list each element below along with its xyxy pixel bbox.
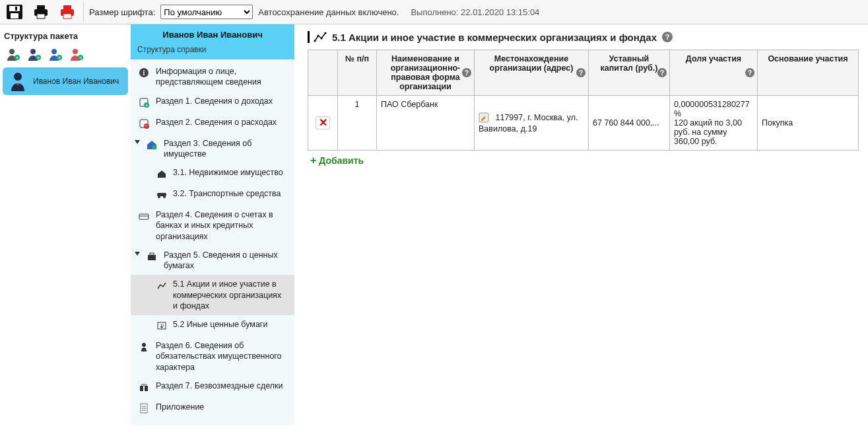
svg-text:+: + (79, 55, 83, 61)
toolbar-separator (83, 3, 84, 21)
property-icon (145, 138, 158, 151)
svg-point-10 (9, 49, 15, 54)
svg-point-31 (152, 145, 157, 149)
person-name: Иванов Иван Иванович (33, 77, 119, 86)
gift-icon (137, 381, 150, 394)
bank-icon (137, 209, 150, 223)
add-person-other-icon[interactable]: + (67, 46, 86, 62)
help-icon[interactable]: ? (662, 32, 673, 42)
obligations-icon (137, 340, 150, 353)
svg-rect-8 (63, 5, 71, 9)
tree-item-section4[interactable]: Раздел 4. Сведения о счетах в банках и и… (131, 205, 294, 246)
col-name: Наименование и организационно-правовая ф… (377, 50, 475, 96)
tree-item-section6[interactable]: Раздел 6. Сведения об обязательствах иму… (131, 336, 294, 377)
cell-share: 0,000000531280277 % 120 акций по 3,00 ру… (670, 96, 758, 151)
col-capital: Уставный капитал (руб.)? (589, 50, 670, 96)
expense-icon: − (137, 117, 150, 130)
svg-text:−: − (145, 123, 149, 129)
tree-item-section32[interactable]: 3.2. Транспортные средства (131, 184, 294, 205)
svg-point-51 (325, 32, 327, 34)
svg-rect-9 (63, 14, 71, 18)
tree-item-section51[interactable]: 5.1 Акции и иное участие в коммерческих … (131, 275, 294, 315)
section-title-text: 5.1 Акции и иное участие в коммерческих … (332, 32, 657, 43)
svg-point-50 (321, 38, 323, 40)
svg-text:+: + (58, 55, 61, 61)
add-person-spouse-icon[interactable]: + (25, 46, 44, 62)
svg-rect-38 (150, 253, 154, 255)
completed-status: Выполнено: 22.01.2020 13:15:04 (411, 7, 539, 17)
package-structure-panel: Структура пакета + + + + Иванов Иван Ива… (0, 24, 131, 99)
tree-item-section31[interactable]: 3.1. Недвижимое имущество (131, 163, 294, 184)
add-person-self-icon[interactable]: + (4, 46, 22, 62)
tree-item-section52[interactable]: ₽ 5.2 Иные ценные бумаги (131, 315, 294, 336)
chevron-down-icon (135, 140, 140, 144)
realestate-icon (156, 167, 168, 180)
col-num: № п/п (338, 50, 377, 96)
svg-point-33 (158, 196, 160, 198)
cell-capital: 67 760 844 000,... (589, 96, 670, 151)
svg-text:i: i (143, 69, 145, 77)
font-size-label: Размер шрифта: (89, 7, 155, 17)
save-icon[interactable] (4, 3, 25, 21)
svg-rect-5 (37, 5, 45, 9)
tree-item-section2[interactable]: − Раздел 2. Сведения о расходах (131, 113, 294, 134)
svg-point-19 (73, 49, 78, 54)
people-icon-row: + + + + (4, 46, 128, 62)
toolbar: Размер шрифта: По умолчанию Автосохранен… (0, 0, 868, 24)
col-delete (308, 50, 338, 96)
svg-text:+: + (145, 103, 148, 108)
autosave-status: Автосохранение данных включено. (258, 7, 399, 17)
main-content: 5.1 Акции и иное участие в коммерческих … (298, 24, 868, 177)
tree-subtitle: Структура справки (131, 45, 294, 59)
stocks-icon (156, 279, 168, 292)
cell-basis: Покупка (758, 96, 859, 151)
col-basis: Основание участия (758, 50, 859, 96)
tree-item-section3[interactable]: Раздел 3. Сведения об имуществе (131, 134, 294, 164)
tree-item-section5[interactable]: Раздел 5. Сведения о ценных бумагах (131, 246, 294, 275)
package-structure-title: Структура пакета (4, 31, 127, 41)
svg-rect-35 (139, 214, 149, 219)
securities-icon: ₽ (156, 319, 168, 332)
svg-point-34 (163, 196, 166, 198)
add-row-button[interactable]: + Добавить (308, 151, 366, 170)
svg-point-16 (51, 49, 57, 54)
tree-item-info[interactable]: i Информация о лице, представляющем свед… (131, 62, 294, 92)
person-row[interactable]: Иванов Иван Иванович (3, 67, 128, 95)
tree-panel: Иванов Иван Иванович Структура справки i… (131, 24, 294, 425)
cell-num: 1 (338, 96, 377, 151)
svg-point-13 (30, 49, 36, 54)
svg-rect-1 (9, 6, 20, 11)
delete-row-button[interactable]: ✕ (316, 116, 330, 129)
edit-address-button[interactable] (479, 112, 490, 124)
help-icon[interactable]: ? (657, 68, 667, 77)
cell-addr: 117997, г. Москва, ул. Вавилова, д.19 (475, 96, 589, 151)
svg-point-49 (317, 35, 319, 37)
plus-icon: + (310, 155, 316, 166)
tree-item-appendix[interactable]: Приложение (131, 398, 294, 419)
print-red-icon[interactable] (57, 3, 78, 21)
chart-line-icon (314, 31, 327, 43)
help-icon[interactable]: ? (576, 68, 585, 77)
briefcase-icon (145, 250, 158, 263)
document-icon (137, 402, 150, 415)
tree-header: Иванов Иван Иванович (131, 24, 294, 45)
income-icon: + (137, 96, 150, 109)
svg-point-48 (314, 40, 316, 42)
table-row: ✕ 1 ПАО Сбербанк 117997, г. Москва, ул. … (308, 96, 859, 151)
font-size-select[interactable]: По умолчанию (160, 5, 253, 19)
svg-rect-43 (143, 386, 145, 391)
print-icon[interactable] (30, 3, 51, 21)
svg-rect-2 (11, 13, 18, 18)
svg-point-41 (142, 343, 146, 347)
help-icon[interactable]: ? (462, 68, 471, 77)
tree-item-section1[interactable]: + Раздел 1. Сведения о доходах (131, 92, 294, 113)
add-person-child-icon[interactable]: + (46, 46, 65, 62)
tree-item-section7[interactable]: Раздел 7. Безвозмездные сделки (131, 377, 294, 398)
col-share: Доля участия? (670, 50, 758, 96)
svg-text:+: + (37, 55, 40, 61)
help-icon[interactable]: ? (745, 68, 754, 77)
svg-text:₽: ₽ (160, 324, 164, 330)
person-avatar-icon (8, 71, 28, 91)
svg-point-22 (14, 73, 22, 81)
cell-name: ПАО Сбербанк (377, 96, 475, 151)
